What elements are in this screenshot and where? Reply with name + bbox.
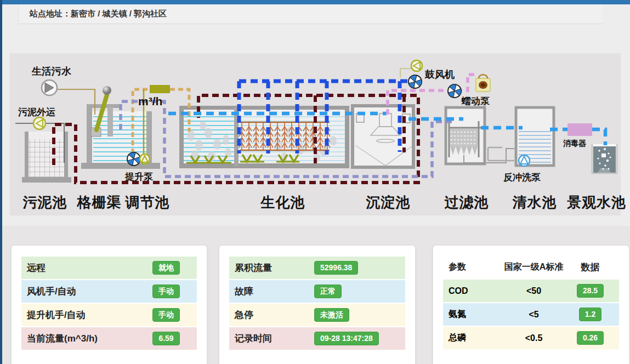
fault-badge: 正常: [314, 285, 342, 299]
blower-icon: [400, 60, 422, 88]
fault-label: 故障: [235, 285, 314, 298]
backwash-pump-icon: [519, 155, 530, 166]
status-panel-card: 累积流量 52996.38 故障 正常 急停 未激活 记录时间 09-28 13…: [219, 245, 416, 364]
process-flow-diagram: 生活污水 污泥外运 m³/h 提升泵 鼓风机 蠕动泵 消毒器 反冲洗泵 污泥池 …: [10, 53, 621, 215]
table-row: 急停 未激活: [229, 304, 405, 326]
current-flow-label: 当前流量(m^3/h): [27, 332, 141, 345]
filter-tank-graphic: [444, 106, 515, 166]
table-row: 当前流量(m^3/h) 6.59: [21, 327, 197, 350]
site-breadcrumb: 站点地址：新密市 / 城关镇 / 郭沟社区: [30, 9, 167, 19]
pool-label-filter: 过滤池: [445, 193, 489, 212]
lift-mode-label: 提升机手/自动: [27, 309, 141, 321]
phosphorus-param: 总磷: [449, 332, 501, 344]
pool-label-clean-water: 清水池: [513, 193, 557, 212]
landscape-pool-graphic: [592, 144, 617, 173]
site-address-bar: 站点地址：新密市 / 城关镇 / 郭沟社区: [18, 4, 602, 24]
lift-mode-badge[interactable]: 手动: [152, 308, 180, 322]
record-time-badge: 09-28 13:47:28: [314, 332, 379, 346]
table-row: 氨氮 <5 1.2: [443, 303, 619, 326]
fan-mode-badge[interactable]: 手动: [152, 285, 180, 299]
cod-param: COD: [449, 286, 501, 296]
pool-label-regulating: 调节池: [126, 193, 170, 212]
table-row: 提升机手/自动 手动: [21, 304, 197, 326]
cod-standard: <50: [501, 286, 567, 296]
data-header: 数据: [567, 261, 614, 274]
total-flow-label: 累积流量: [235, 261, 314, 274]
remote-mode-badge[interactable]: 就地: [152, 261, 180, 275]
cod-value-badge: 28.5: [577, 284, 604, 298]
process-flow-graphic: [10, 53, 621, 215]
ammonia-value-badge: 1.2: [579, 308, 601, 322]
phosphorus-value-badge: 0.26: [577, 331, 604, 345]
estop-badge: 未激活: [314, 308, 349, 322]
pool-label-sedimentation: 沉淀池: [366, 193, 411, 212]
quality-table-header: 参数 国家一级A标准 数据: [443, 257, 619, 277]
table-row: 记录时间 09-28 13:47:28: [229, 327, 405, 350]
disinfector-label: 消毒器: [563, 139, 586, 149]
standard-header: 国家一级A标准: [501, 261, 567, 273]
sludge-out-valve-icon: [33, 117, 46, 129]
backwash-pump-label: 反冲洗泵: [503, 171, 541, 184]
sewage-label: 生活污水: [32, 65, 71, 78]
lift-pump-label: 提升泵: [125, 170, 153, 183]
phosphorus-standard: <0.5: [501, 333, 567, 343]
table-row: 风机手/自动 手动: [21, 280, 197, 303]
param-header: 参数: [449, 261, 501, 273]
fan-mode-label: 风机手/自动: [27, 285, 141, 298]
sludge-out-label: 污泥外运: [18, 106, 55, 118]
disinfector-icon: [567, 123, 592, 136]
ammonia-standard: <5: [501, 310, 567, 320]
table-row: 故障 正常: [229, 280, 405, 303]
top-accent-bar: [0, 0, 630, 4]
left-accent-bar: [0, 0, 2, 364]
estop-label: 急停: [235, 309, 314, 321]
scada-screen: 站点地址：新密市 / 城关镇 / 郭沟社区: [0, 0, 630, 364]
blower-label: 鼓风机: [425, 68, 455, 81]
sludge-tank-graphic: [15, 123, 71, 183]
flow-unit-label: m³/h: [138, 95, 162, 108]
peristaltic-pump-label: 蠕动泵: [462, 95, 490, 107]
water-quality-card: 参数 国家一级A标准 数据 COD <50 28.5 氨氮 <5 1.2 总磷 …: [433, 245, 629, 364]
control-panel-card: 远程 就地 风机手/自动 手动 提升机手/自动 手动 当前流量(m^3/h) 6…: [11, 245, 207, 364]
record-time-label: 记录时间: [235, 332, 314, 345]
table-row: COD <50 28.5: [443, 280, 619, 302]
pool-label-sludge: 污泥池: [23, 193, 67, 212]
pool-label-grid-channel: 格栅渠: [77, 193, 122, 212]
ammonia-param: 氨氮: [449, 309, 501, 320]
current-flow-badge: 6.59: [152, 332, 179, 346]
pool-label-biochemical: 生化池: [261, 193, 305, 212]
remote-mode-label: 远程: [27, 261, 141, 274]
pool-label-landscape: 景观水池: [567, 193, 626, 212]
total-flow-badge: 52996.38: [314, 261, 358, 275]
table-row: 远程 就地: [21, 257, 197, 279]
table-row: 总磷 <0.5 0.26: [443, 327, 619, 349]
table-row: 累积流量 52996.38: [229, 257, 405, 279]
